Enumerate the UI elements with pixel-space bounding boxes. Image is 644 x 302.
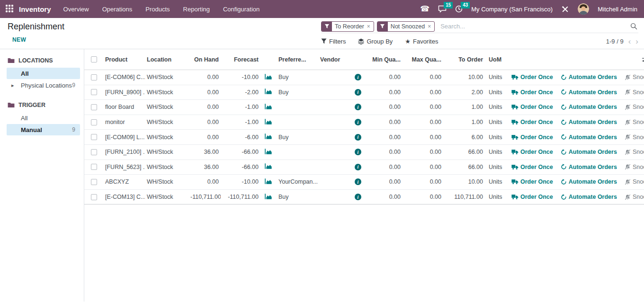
messages-icon[interactable]: 15 bbox=[438, 5, 447, 13]
forecast-report-graph-icon[interactable] bbox=[265, 118, 273, 126]
automate-orders-button[interactable]: Automate Orders bbox=[561, 134, 617, 141]
info-icon[interactable]: i bbox=[355, 194, 361, 200]
menu-reporting[interactable]: Reporting bbox=[183, 6, 210, 13]
order-once-button[interactable]: Order Once bbox=[511, 149, 553, 155]
menu-overview[interactable]: Overview bbox=[63, 6, 89, 13]
row-checkbox[interactable] bbox=[91, 164, 97, 170]
order-once-button[interactable]: Order Once bbox=[511, 104, 553, 110]
snooze-button[interactable]: Snooze bbox=[625, 164, 644, 170]
snooze-button[interactable]: Snooze bbox=[625, 74, 644, 80]
sidebar-item-locations-all[interactable]: All bbox=[7, 68, 80, 79]
header-uom[interactable]: UoM bbox=[485, 56, 508, 63]
automate-orders-button[interactable]: Automate Orders bbox=[561, 89, 617, 96]
row-checkbox[interactable] bbox=[91, 149, 97, 155]
search-bar[interactable]: To Reorder × Not Snoozed × bbox=[321, 20, 638, 33]
header-location[interactable]: Location bbox=[145, 56, 188, 63]
row-checkbox[interactable] bbox=[91, 194, 97, 200]
snooze-button[interactable]: Snooze bbox=[625, 134, 644, 141]
select-all-checkbox[interactable] bbox=[91, 56, 97, 62]
search-icon[interactable] bbox=[630, 23, 637, 30]
info-icon[interactable]: i bbox=[355, 104, 361, 110]
company-switcher[interactable]: My Company (San Francisco) bbox=[471, 6, 553, 13]
sidebar-item-physical-locations[interactable]: ▸ Physical Locations 9 bbox=[7, 80, 80, 91]
row-checkbox[interactable] bbox=[91, 74, 97, 80]
automate-orders-button[interactable]: Automate Orders bbox=[561, 178, 617, 185]
user-avatar[interactable] bbox=[578, 3, 589, 15]
activities-icon[interactable]: 43 bbox=[455, 5, 463, 13]
table-row[interactable]: floor Board WH/Stock 0.00 -1.00 i 0.00 0… bbox=[84, 100, 644, 115]
automate-orders-button[interactable]: Automate Orders bbox=[561, 119, 617, 125]
expand-caret-icon[interactable]: ▸ bbox=[11, 82, 14, 89]
snooze-button[interactable]: Snooze bbox=[625, 104, 644, 110]
snooze-button[interactable]: Snooze bbox=[625, 194, 644, 200]
row-checkbox[interactable] bbox=[91, 104, 97, 110]
forecast-report-graph-icon[interactable] bbox=[265, 178, 273, 186]
remove-facet-icon[interactable]: × bbox=[367, 22, 374, 31]
table-row[interactable]: monitor WH/Stock 0.00 -1.00 i 0.00 0.00 … bbox=[84, 115, 644, 130]
tools-debug-icon[interactable] bbox=[561, 5, 569, 13]
row-checkbox[interactable] bbox=[91, 119, 97, 125]
info-icon[interactable]: i bbox=[355, 164, 361, 170]
menu-configuration[interactable]: Configuration bbox=[223, 6, 259, 13]
menu-products[interactable]: Products bbox=[145, 6, 170, 13]
table-row[interactable]: ABCXYZ WH/Stock 0.00 -10.00 YourCompan..… bbox=[84, 175, 644, 190]
header-on-hand[interactable]: On Hand bbox=[188, 56, 221, 63]
search-input[interactable] bbox=[438, 23, 630, 30]
adjust-columns-icon[interactable] bbox=[642, 56, 644, 64]
pager-previous-icon[interactable]: ‹ bbox=[628, 37, 631, 45]
info-icon[interactable]: i bbox=[355, 89, 361, 96]
sidebar-item-trigger-all[interactable]: All bbox=[7, 112, 80, 124]
forecast-report-graph-icon[interactable] bbox=[265, 133, 273, 141]
table-row[interactable]: [FURN_8900] ... WH/Stock 0.00 -2.00 Buy … bbox=[84, 85, 644, 100]
header-preferred-route[interactable]: Preferre... bbox=[277, 56, 318, 63]
snooze-button[interactable]: Snooze bbox=[625, 119, 644, 125]
app-name[interactable]: Inventory bbox=[19, 5, 51, 13]
info-icon[interactable]: i bbox=[355, 74, 361, 80]
favorites-button[interactable]: ★ Favorites bbox=[405, 38, 438, 45]
order-once-button[interactable]: Order Once bbox=[511, 119, 553, 125]
order-once-button[interactable]: Order Once bbox=[511, 89, 553, 96]
automate-orders-button[interactable]: Automate Orders bbox=[561, 74, 617, 80]
forecast-report-graph-icon[interactable] bbox=[265, 148, 273, 156]
table-row[interactable]: [FURN_5623] ... WH/Stock 36.00 -66.00 i … bbox=[84, 160, 644, 175]
order-once-button[interactable]: Order Once bbox=[511, 194, 553, 200]
forecast-report-graph-icon[interactable] bbox=[265, 163, 273, 171]
header-vendor[interactable]: Vendor bbox=[318, 56, 352, 63]
menu-operations[interactable]: Operations bbox=[102, 6, 133, 13]
apps-grid-icon[interactable] bbox=[6, 5, 14, 13]
order-once-button[interactable]: Order Once bbox=[511, 178, 553, 185]
snooze-button[interactable]: Snooze bbox=[625, 89, 644, 96]
table-row[interactable]: [E-COM06] C... WH/Stock 0.00 -10.00 Buy … bbox=[84, 70, 644, 85]
header-max-quantity[interactable]: Max Qua... bbox=[402, 56, 443, 63]
sidebar-item-trigger-manual[interactable]: Manual 9 bbox=[7, 124, 80, 135]
table-row[interactable]: [E-COM13] C... WH/Stock -110,711.00 -110… bbox=[84, 190, 644, 205]
forecast-report-graph-icon[interactable] bbox=[265, 73, 273, 81]
info-icon[interactable]: i bbox=[355, 149, 361, 155]
header-to-order[interactable]: To Order bbox=[443, 56, 485, 63]
order-once-button[interactable]: Order Once bbox=[511, 74, 553, 80]
automate-orders-button[interactable]: Automate Orders bbox=[561, 194, 617, 200]
automate-orders-button[interactable]: Automate Orders bbox=[561, 164, 617, 170]
pager-next-icon[interactable]: › bbox=[635, 37, 638, 45]
header-forecast[interactable]: Forecast bbox=[221, 56, 260, 63]
snooze-button[interactable]: Snooze bbox=[625, 149, 644, 155]
automate-orders-button[interactable]: Automate Orders bbox=[561, 149, 617, 155]
snooze-button[interactable]: Snooze bbox=[625, 178, 644, 185]
table-row[interactable]: [FURN_2100] ... WH/Stock 36.00 -66.00 i … bbox=[84, 145, 644, 160]
header-product[interactable]: Product bbox=[103, 56, 145, 63]
row-checkbox[interactable] bbox=[91, 89, 97, 95]
row-checkbox[interactable] bbox=[91, 134, 97, 140]
info-icon[interactable]: i bbox=[355, 134, 361, 141]
table-row[interactable]: [E-COM09] L... WH/Stock 0.00 -6.00 Buy i… bbox=[84, 130, 644, 145]
info-icon[interactable]: i bbox=[355, 119, 361, 125]
header-min-quantity[interactable]: Min Qua... bbox=[364, 56, 402, 63]
group-by-button[interactable]: Group By bbox=[358, 38, 393, 45]
order-once-button[interactable]: Order Once bbox=[511, 134, 553, 141]
remove-facet-icon[interactable]: × bbox=[428, 22, 434, 31]
row-checkbox[interactable] bbox=[91, 179, 97, 185]
forecast-report-graph-icon[interactable] bbox=[265, 103, 273, 111]
forecast-report-graph-icon[interactable] bbox=[265, 88, 273, 96]
order-once-button[interactable]: Order Once bbox=[511, 164, 553, 170]
user-menu[interactable]: Mitchell Admin bbox=[598, 6, 637, 13]
info-icon[interactable]: i bbox=[355, 178, 361, 185]
